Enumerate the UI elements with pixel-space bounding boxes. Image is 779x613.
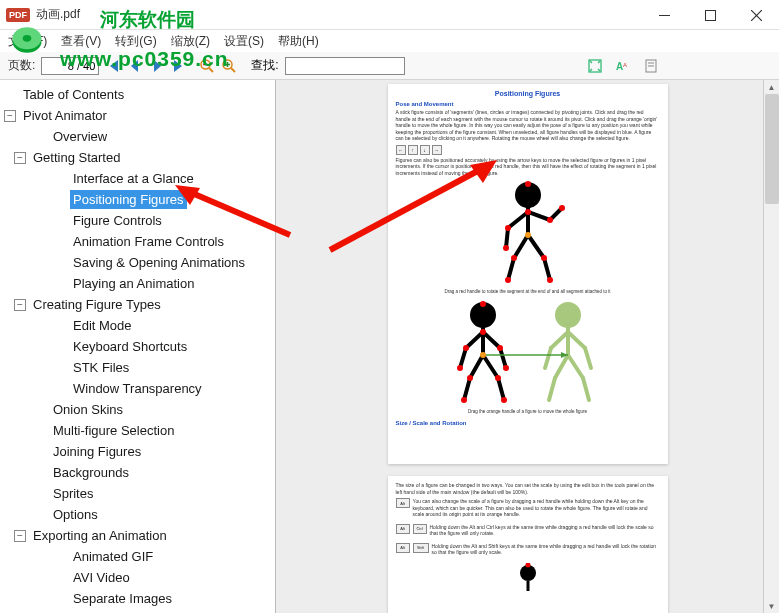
toc-item-interface[interactable]: Interface at a Glance xyxy=(0,168,275,189)
svg-line-11 xyxy=(231,68,235,72)
svg-line-26 xyxy=(514,235,528,258)
fit-page-icon[interactable] xyxy=(587,58,603,74)
main-area: Table of Contents −Pivot Animator Overvi… xyxy=(0,80,779,613)
pdf-page-1: Positioning Figures Pose and Movement A … xyxy=(388,84,668,464)
toc-item-figure-controls[interactable]: Figure Controls xyxy=(0,210,275,231)
document-viewport[interactable]: Positioning Figures Pose and Movement A … xyxy=(276,80,779,613)
toc-item-lang[interactable]: Language Files xyxy=(0,609,275,613)
collapse-icon[interactable]: − xyxy=(14,152,26,164)
scroll-up-icon[interactable]: ▲ xyxy=(764,80,779,94)
last-page-icon[interactable] xyxy=(171,58,187,74)
svg-line-47 xyxy=(470,355,483,378)
svg-point-37 xyxy=(505,277,511,283)
doc-heading-pose: Pose and Movement xyxy=(396,101,660,107)
toc-item-joining[interactable]: Joining Figures xyxy=(0,441,275,462)
minimize-button[interactable] xyxy=(641,0,687,30)
first-page-icon[interactable] xyxy=(105,58,121,74)
toc-item-keyboard[interactable]: Keyboard Shortcuts xyxy=(0,336,275,357)
toc-item-overview[interactable]: Overview xyxy=(0,126,275,147)
svg-line-57 xyxy=(555,355,568,378)
alt-key-icon: Alt xyxy=(396,498,410,508)
toc-item-toc[interactable]: Table of Contents xyxy=(0,84,275,105)
svg-point-72 xyxy=(501,397,507,403)
text-size-icon[interactable]: AA xyxy=(615,58,631,74)
toc-item-playing[interactable]: Playing an Animation xyxy=(0,273,275,294)
collapse-icon[interactable]: − xyxy=(14,299,26,311)
svg-line-48 xyxy=(464,378,470,400)
toc-item-positioning[interactable]: Positioning Figures xyxy=(0,189,275,210)
svg-point-67 xyxy=(497,345,503,351)
svg-line-29 xyxy=(544,258,550,280)
svg-point-71 xyxy=(495,375,501,381)
toc-item-exporting[interactable]: −Exporting an Animation xyxy=(0,525,275,546)
svg-line-60 xyxy=(583,378,589,400)
figure-caption: Drag the orange handle of a figure to mo… xyxy=(396,409,660,414)
vertical-scrollbar[interactable]: ▲ ▼ xyxy=(763,80,779,613)
svg-point-70 xyxy=(461,397,467,403)
menu-goto[interactable]: 转到(G) xyxy=(115,33,156,50)
ctrl-key-icon: Ctrl xyxy=(413,524,427,534)
collapse-icon[interactable]: − xyxy=(14,530,26,542)
close-button[interactable] xyxy=(733,0,779,30)
maximize-button[interactable] xyxy=(687,0,733,30)
svg-line-28 xyxy=(528,235,544,258)
doc-title: Positioning Figures xyxy=(396,90,660,97)
next-page-icon[interactable] xyxy=(149,58,165,74)
doc-paragraph: The size of a figure can be changed in t… xyxy=(396,482,660,495)
svg-point-64 xyxy=(480,329,486,335)
toc-item-root[interactable]: −Pivot Animator xyxy=(0,105,275,126)
svg-line-24 xyxy=(528,212,550,220)
toc-item-creating[interactable]: −Creating Figure Types xyxy=(0,294,275,315)
shift-key-icon: Shift xyxy=(413,543,429,553)
alt-key-icon: Alt xyxy=(396,524,410,534)
svg-line-46 xyxy=(500,348,506,368)
toc-item-options[interactable]: Options xyxy=(0,504,275,525)
doc-heading-size: Size / Scale and Rotation xyxy=(396,420,660,426)
arrow-keys-illustration: ← ↑ ↓ → xyxy=(396,145,660,155)
doc-paragraph: A stick figure consists of 'segments' (l… xyxy=(396,109,660,142)
key-icon: ← xyxy=(396,145,406,155)
menu-help[interactable]: 帮助(H) xyxy=(278,33,319,50)
menu-view[interactable]: 查看(V) xyxy=(61,33,101,50)
toc-sidebar[interactable]: Table of Contents −Pivot Animator Overvi… xyxy=(0,80,276,613)
svg-line-8 xyxy=(209,68,213,72)
svg-point-31 xyxy=(525,209,531,215)
stick-figure-illustration-3 xyxy=(478,563,578,593)
toc-item-sep-images[interactable]: Separate Images xyxy=(0,588,275,609)
toc-item-backgrounds[interactable]: Backgrounds xyxy=(0,462,275,483)
zoom-in-icon[interactable] xyxy=(221,58,237,74)
svg-line-50 xyxy=(498,378,504,400)
svg-text:A: A xyxy=(623,62,627,68)
toc-item-multifig[interactable]: Multi-figure Selection xyxy=(0,420,275,441)
toc-item-edit-mode[interactable]: Edit Mode xyxy=(0,315,275,336)
svg-point-40 xyxy=(525,232,531,238)
zoom-out-icon[interactable] xyxy=(199,58,215,74)
collapse-icon[interactable]: − xyxy=(4,110,16,122)
scrollbar-thumb[interactable] xyxy=(765,94,779,204)
toc-item-stk[interactable]: STK Files xyxy=(0,357,275,378)
toc-item-transparency[interactable]: Window Transparency xyxy=(0,378,275,399)
alt-key-icon: Alt xyxy=(396,543,410,553)
toc-item-sprites[interactable]: Sprites xyxy=(0,483,275,504)
svg-point-33 xyxy=(503,245,509,251)
bookmark-icon[interactable] xyxy=(643,58,659,74)
page-input[interactable] xyxy=(41,57,99,75)
toc-item-gif[interactable]: Animated GIF xyxy=(0,546,275,567)
svg-line-54 xyxy=(545,348,551,368)
menu-settings[interactable]: 设置(S) xyxy=(224,33,264,50)
search-input[interactable] xyxy=(285,57,405,75)
svg-point-30 xyxy=(525,181,531,187)
scroll-down-icon[interactable]: ▼ xyxy=(764,599,779,613)
menu-zoom[interactable]: 缩放(Z) xyxy=(171,33,210,50)
toc-item-onion[interactable]: Onion Skins xyxy=(0,399,275,420)
toc-item-saving[interactable]: Saving & Opening Animations xyxy=(0,252,275,273)
toc-item-getting-started[interactable]: −Getting Started xyxy=(0,147,275,168)
svg-point-63 xyxy=(480,301,486,307)
toc-item-anim-frame[interactable]: Animation Frame Controls xyxy=(0,231,275,252)
toc-item-avi[interactable]: AVI Video xyxy=(0,567,275,588)
menu-file[interactable]: 文件(F) xyxy=(8,33,47,50)
svg-line-55 xyxy=(568,332,585,348)
prev-page-icon[interactable] xyxy=(127,58,143,74)
stick-figure-illustration-1 xyxy=(458,180,598,285)
key-icon: ↑ xyxy=(408,145,418,155)
